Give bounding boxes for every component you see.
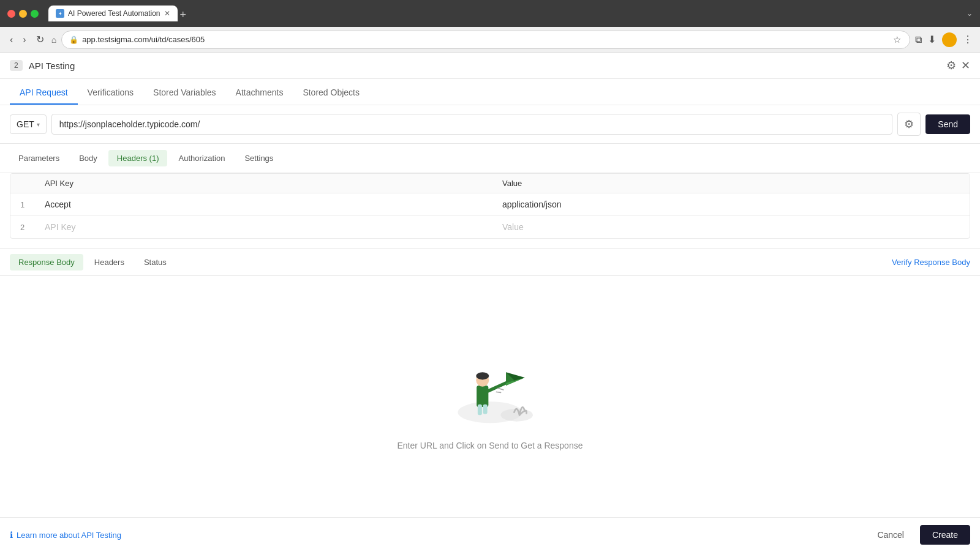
tab-settings[interactable]: Settings [236,150,282,166]
table-header: API Key Value [10,174,970,193]
settings-button[interactable]: ⚙ [946,59,956,72]
send-button[interactable]: Send [925,114,970,134]
col-value-header: Value [502,179,960,188]
browser-chrome: ✦ AI Powered Test Automation ✕ + ⌄ [0,0,980,27]
refresh-button[interactable]: ↻ [34,31,47,48]
tab-verifications[interactable]: Verifications [78,79,143,105]
url-bar[interactable]: 🔒 app.testsigma.com/ui/td/cases/605 ☆ [61,31,910,49]
maximize-traffic-light[interactable] [31,10,39,18]
menu-icon[interactable]: ⋮ [963,34,973,45]
url-bar-actions: ☆ [893,34,901,45]
top-bar: 2 API Testing ⚙ ✕ [0,53,980,79]
close-button[interactable]: ✕ [961,59,970,72]
tab-bar: ✦ AI Powered Test Automation ✕ + [48,6,962,21]
cancel-button[interactable]: Cancel [867,525,914,545]
app-container: 2 API Testing ⚙ ✕ API Request Verificati… [0,53,980,552]
url-section: GET ▾ ⚙ Send [0,105,980,144]
url-input[interactable] [51,114,893,135]
row-value: application/json [502,200,960,209]
forward-button[interactable]: › [20,32,28,48]
verify-response-button[interactable]: Verify Response Body [892,258,970,267]
row-number: 1 [20,200,45,209]
svg-rect-1 [477,386,488,407]
col-num-header [20,179,45,188]
browser-actions: ⧉ ⬇ ⋮ [915,32,973,47]
tab-response-status[interactable]: Status [135,254,175,270]
tab-close-icon[interactable]: ✕ [164,9,170,18]
table-row: 1 Accept application/json [10,193,970,216]
code-gen-button[interactable]: ⚙ [897,113,921,136]
table-row: 2 API Key Value [10,216,970,238]
browser-tab[interactable]: ✦ AI Powered Test Automation ✕ [48,6,178,21]
tab-favicon: ✦ [56,9,64,18]
learn-more-link[interactable]: ℹ Learn more about API Testing [10,530,121,540]
response-section: Response Body Headers Status Verify Resp… [0,248,980,517]
empty-state: Enter URL and Click on Send to Get a Res… [0,276,980,517]
row-number: 2 [20,223,45,232]
empty-state-text: Enter URL and Click on Send to Get a Res… [398,441,583,450]
tab-response-headers[interactable]: Headers [86,254,133,270]
svg-point-5 [476,372,489,379]
tab-authorization[interactable]: Authorization [170,150,233,166]
address-bar: ‹ › ↻ ⌂ 🔒 app.testsigma.com/ui/td/cases/… [0,27,980,53]
main-tabs: API Request Verifications Stored Variabl… [0,79,980,105]
home-button[interactable]: ⌂ [51,35,56,45]
row-key-placeholder[interactable]: API Key [45,222,502,232]
minimize-traffic-light[interactable] [19,10,27,18]
close-traffic-light[interactable] [7,10,15,18]
svg-line-11 [497,392,501,393]
chevron-down-icon: ▾ [37,121,40,128]
create-button[interactable]: Create [920,525,970,545]
new-tab-button[interactable]: + [180,9,187,21]
tab-stored-variables[interactable]: Stored Variables [143,79,225,105]
learn-more-label: Learn more about API Testing [17,531,121,540]
tab-body[interactable]: Body [70,150,106,166]
method-select[interactable]: GET ▾ [10,114,47,134]
footer-actions: Cancel Create [867,525,970,545]
url-text: app.testsigma.com/ui/td/cases/605 [82,35,205,44]
test-number: 2 [10,60,23,71]
tab-parameters[interactable]: Parameters [10,150,68,166]
svg-point-12 [501,409,533,422]
row-value-placeholder[interactable]: Value [502,222,960,232]
headers-table: API Key Value 1 Accept application/json … [10,173,970,239]
tab-attachments[interactable]: Attachments [226,79,293,105]
page-title: API Testing [29,61,75,71]
sub-tabs: Parameters Body Headers (1) Authorizatio… [0,144,980,173]
tab-stored-objects[interactable]: Stored Objects [293,79,369,105]
tab-api-request[interactable]: API Request [10,79,78,105]
expand-button[interactable]: ⌄ [967,9,973,18]
svg-line-10 [498,388,503,390]
tab-headers[interactable]: Headers (1) [108,150,168,166]
footer: ℹ Learn more about API Testing Cancel Cr… [0,517,980,552]
response-tabs-bar: Response Body Headers Status Verify Resp… [0,248,980,276]
star-icon[interactable]: ☆ [893,34,901,45]
col-key-header: API Key [45,179,502,188]
tab-title: AI Powered Test Automation [68,9,160,18]
traffic-lights [7,10,39,18]
send-area: ⚙ Send [897,113,970,136]
method-label: GET [17,119,34,129]
download-icon[interactable]: ⬇ [928,34,936,45]
extensions-icon[interactable]: ⧉ [915,34,922,45]
avatar[interactable] [942,32,957,47]
top-bar-actions: ⚙ ✕ [946,59,970,72]
lock-icon: 🔒 [69,35,78,44]
info-icon: ℹ [10,530,13,540]
svg-rect-3 [483,405,488,414]
row-key: Accept [45,200,502,209]
svg-rect-2 [478,405,482,416]
back-button[interactable]: ‹ [7,32,15,48]
empty-illustration [435,343,545,428]
tab-response-body[interactable]: Response Body [10,254,83,270]
